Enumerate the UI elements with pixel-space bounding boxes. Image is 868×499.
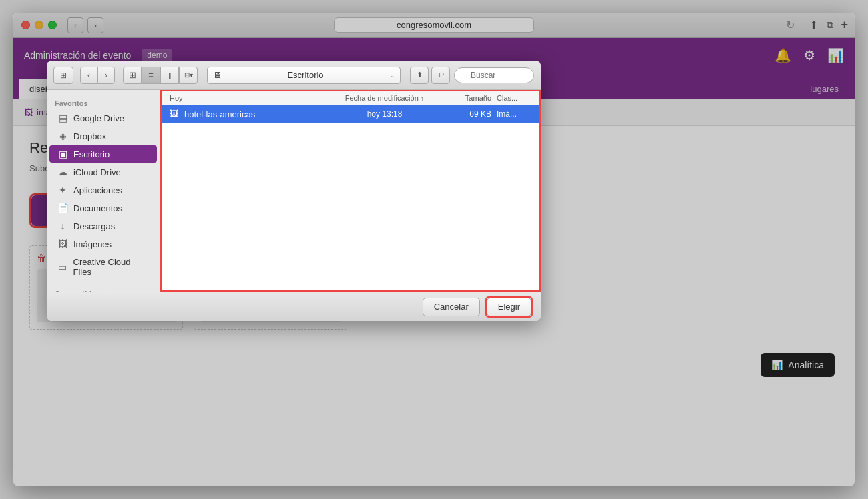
favorites-label: Favoritos [47, 95, 160, 109]
file-dialog-sidebar: Favoritos ▤ Google Drive ◈ Dropbox ▣ Esc… [47, 90, 160, 292]
sidebar-item-google-drive[interactable]: ▤ Google Drive [49, 109, 157, 127]
sidebar-toggle-icon: ⊞ [60, 71, 67, 80]
dropbox-icon: ◈ [57, 131, 68, 141]
forward-nav-button[interactable]: › [97, 67, 115, 84]
sidebar-item-escritorio[interactable]: ▣ Escritorio [49, 145, 157, 163]
back-nav-button[interactable]: ‹ [80, 67, 97, 84]
cancel-button[interactable]: Cancelar [423, 298, 480, 316]
file-date: hoy 13:18 [331, 109, 438, 119]
desktop-icon: ▣ [57, 149, 68, 159]
file-list-body: 🖼 hotel-las-americas hoy 13:18 69 KB Imá… [162, 105, 539, 290]
file-list-header: Hoy Fecha de modificación ↑ Tamaño Clas.… [162, 91, 539, 105]
choose-button[interactable]: Elegir [487, 298, 531, 316]
view-buttons: ⊞ ≡ ⫿ ⊟▾ [123, 67, 198, 84]
file-type-icon: 🖼 [170, 109, 180, 119]
dialog-overlay: ⊞ ‹ › ⊞ ≡ ⫿ ⊟▾ 🖥 Escritorio ⌄ [13, 13, 855, 486]
location-selector[interactable]: 🖥 Escritorio ⌄ [207, 67, 401, 84]
action-buttons: ⬆ ↩ [410, 67, 450, 84]
documents-icon: 📄 [57, 203, 68, 213]
sidebar-item-descargas[interactable]: ↓ Descargas [49, 217, 157, 235]
apps-icon: ✦ [57, 185, 68, 195]
gallery-view-button[interactable]: ⊟▾ [179, 67, 198, 84]
sidebar-item-icloud[interactable]: ☁ iCloud Drive [49, 163, 157, 181]
sidebar-item-dropbox[interactable]: ◈ Dropbox [49, 127, 157, 145]
dialog-body: Favoritos ▤ Google Drive ◈ Dropbox ▣ Esc… [47, 90, 541, 292]
file-list-area: Hoy Fecha de modificación ↑ Tamaño Clas.… [160, 90, 541, 292]
icon-view-button[interactable]: ⊞ [123, 67, 142, 84]
sidebar-item-creative-cloud[interactable]: ▭ Creative Cloud Files [49, 254, 157, 280]
column-view-button[interactable]: ⫿ [160, 67, 179, 84]
images-icon: 🖼 [57, 239, 68, 250]
sidebar-item-aplicaciones[interactable]: ✦ Aplicaciones [49, 181, 157, 199]
file-dialog: ⊞ ‹ › ⊞ ≡ ⫿ ⊟▾ 🖥 Escritorio ⌄ [47, 61, 541, 321]
nav-buttons: ‹ › [80, 67, 115, 84]
col-size: Tamaño [438, 94, 491, 102]
dialog-toolbar: ⊞ ‹ › ⊞ ≡ ⫿ ⊟▾ 🖥 Escritorio ⌄ [47, 61, 541, 90]
shared-label: Compartido [47, 286, 160, 292]
search-input[interactable] [454, 67, 534, 83]
dialog-footer: Cancelar Elegir [47, 292, 541, 321]
col-modified: Fecha de modificación ↑ [331, 94, 438, 102]
new-folder-button[interactable]: ↩ [431, 67, 450, 84]
sidebar-item-imagenes[interactable]: 🖼 Imágenes [49, 235, 157, 253]
sidebar-item-documentos[interactable]: 📄 Documentos [49, 199, 157, 217]
search-wrap: 🔍 [454, 67, 534, 83]
google-drive-icon: ▤ [57, 113, 68, 123]
icloud-icon: ☁ [57, 167, 68, 177]
file-size: 69 KB [438, 109, 491, 119]
col-today: Hoy [170, 94, 331, 102]
file-row[interactable]: 🖼 hotel-las-americas hoy 13:18 69 KB Imá… [162, 105, 539, 123]
sidebar-toggle-button[interactable]: ⊞ [53, 67, 73, 84]
file-kind: Imá... [491, 109, 531, 119]
list-view-button[interactable]: ≡ [142, 67, 160, 84]
choose-btn-outline: Elegir [485, 296, 533, 318]
downloads-icon: ↓ [57, 221, 68, 231]
creative-cloud-icon: ▭ [57, 262, 68, 272]
col-kind: Clas... [491, 94, 531, 102]
mac-window: ‹ › congresomovil.com ↻ ⬆ ⧉ + Administra… [13, 13, 855, 486]
upload-button[interactable]: ⬆ [410, 67, 429, 84]
